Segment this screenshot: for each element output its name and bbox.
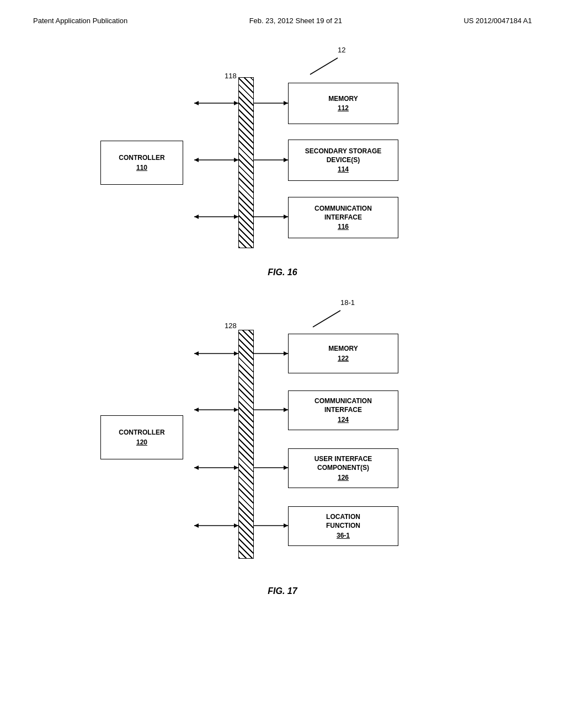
fig17-callout-number: 18-1	[340, 298, 355, 307]
svg-marker-13	[284, 158, 288, 162]
fig16-storage-label: SECONDARY STORAGE DEVICE(S)	[305, 147, 381, 164]
svg-marker-15	[284, 215, 288, 219]
fig16-bus-bar	[238, 77, 254, 248]
fig16-callout-number: 12	[338, 46, 345, 54]
fig16-memory-number: 112	[338, 104, 349, 112]
fig16-diagram: 12 118 CONTROLLER 110 MEMORY 112 SECONDA…	[67, 41, 498, 262]
fig17-ui-label: USER INTERFACECOMPONENT(S)	[315, 455, 372, 472]
fig17-controller-box: CONTROLLER 120	[100, 415, 183, 459]
fig16-memory-label: MEMORY	[328, 95, 358, 104]
svg-marker-2	[194, 101, 199, 105]
fig16-comm-box: COMMUNICATIONINTERFACE 116	[288, 197, 398, 238]
fig16-storage-box: SECONDARY STORAGE DEVICE(S) 114	[288, 140, 398, 181]
fig16-controller-box: CONTROLLER 110	[100, 141, 183, 185]
svg-marker-32	[284, 408, 288, 412]
fig17-controller-number: 120	[136, 438, 147, 446]
fig17-ui-number: 126	[338, 474, 349, 481]
fig17-memory-number: 122	[338, 355, 349, 362]
fig16-comm-number: 116	[338, 223, 349, 231]
svg-line-16	[313, 311, 340, 327]
svg-marker-27	[194, 523, 199, 528]
fig16-section: 12 118 CONTROLLER 110 MEMORY 112 SECONDA…	[33, 41, 532, 277]
svg-marker-34	[284, 465, 288, 470]
fig16-controller-label: CONTROLLER	[119, 154, 164, 163]
svg-marker-8	[194, 215, 199, 219]
svg-line-0	[310, 58, 338, 74]
fig17-memory-box: MEMORY 122	[288, 334, 398, 373]
header-right: US 2012/0047184 A1	[463, 17, 532, 25]
fig17-label: FIG. 17	[33, 586, 532, 596]
fig17-bus-bar	[238, 330, 254, 559]
svg-marker-9	[234, 215, 238, 219]
fig17-location-box: LOCATIONFUNCTION 36-1	[288, 506, 398, 546]
header-center: Feb. 23, 2012 Sheet 19 of 21	[249, 17, 342, 25]
fig16-memory-box: MEMORY 112	[288, 83, 398, 124]
fig17-location-label: LOCATIONFUNCTION	[326, 513, 360, 530]
fig17-comm-label: COMMUNICATIONINTERFACE	[315, 397, 372, 414]
svg-marker-6	[234, 158, 238, 162]
svg-marker-25	[234, 465, 238, 470]
header-left: Patent Application Publication	[33, 17, 127, 25]
fig17-ui-box: USER INTERFACECOMPONENT(S) 126	[288, 448, 398, 488]
svg-marker-30	[284, 351, 288, 356]
page: Patent Application Publication Feb. 23, …	[0, 0, 565, 728]
fig17-location-number: 36-1	[337, 532, 350, 539]
fig17-bus-label: 128	[225, 322, 237, 330]
svg-marker-24	[194, 465, 199, 470]
svg-marker-36	[284, 523, 288, 528]
fig17-section: 18-1 128 CONTROLLER 120 MEMORY 122 COMMU…	[33, 294, 532, 596]
svg-marker-22	[234, 408, 238, 412]
svg-marker-19	[234, 351, 238, 356]
svg-marker-28	[234, 523, 238, 528]
fig16-storage-number: 114	[338, 165, 349, 173]
fig16-comm-label: COMMUNICATIONINTERFACE	[315, 205, 372, 222]
fig16-bus-label: 118	[225, 72, 237, 80]
fig17-memory-label: MEMORY	[328, 345, 358, 354]
svg-marker-5	[194, 158, 199, 162]
fig17-comm-number: 124	[338, 416, 349, 424]
svg-marker-3	[234, 101, 238, 105]
svg-marker-18	[194, 351, 199, 356]
svg-marker-21	[194, 408, 199, 412]
fig17-comm-box: COMMUNICATIONINTERFACE 124	[288, 390, 398, 430]
fig17-diagram: 18-1 128 CONTROLLER 120 MEMORY 122 COMMU…	[67, 294, 498, 581]
fig17-controller-label: CONTROLLER	[119, 429, 164, 437]
fig16-label: FIG. 16	[33, 267, 532, 277]
svg-marker-11	[284, 101, 288, 105]
header: Patent Application Publication Feb. 23, …	[33, 17, 532, 25]
fig16-controller-number: 110	[136, 164, 147, 172]
